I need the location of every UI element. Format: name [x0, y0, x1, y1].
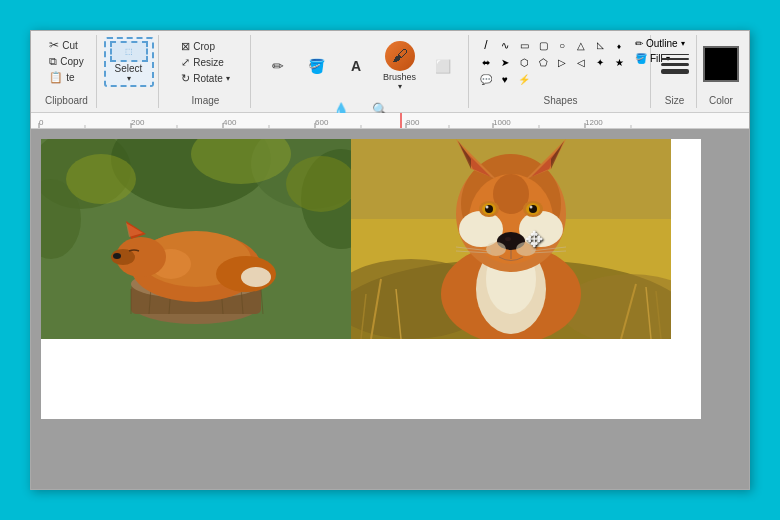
- svg-point-86: [530, 206, 533, 209]
- rotate-button[interactable]: ↻ Rotate ▾: [178, 71, 232, 86]
- brushes-icon: 🖌: [392, 47, 408, 65]
- size-line-3[interactable]: [661, 63, 689, 66]
- ruler-svg: 0 200 400 600 800 1000 1200: [31, 113, 749, 129]
- diamond-shape[interactable]: ⬧: [610, 37, 628, 53]
- paint-window: ✂ Cut ⧉ Copy 📋 te Clipboard ⬚ Se: [30, 30, 750, 490]
- size-lines: [661, 54, 689, 74]
- toolbar: ✂ Cut ⧉ Copy 📋 te Clipboard ⬚ Se: [31, 31, 749, 113]
- select-button[interactable]: ⬚ Select ▾: [104, 37, 154, 87]
- copy-button[interactable]: ⧉ Copy: [46, 54, 86, 69]
- rotate-dropdown-icon: ▾: [226, 74, 230, 83]
- curve-shape[interactable]: ∿: [496, 37, 514, 53]
- cut-button[interactable]: ✂ Cut: [46, 37, 81, 53]
- shapes-grid: / ∿ ▭ ▢ ○ △ ◺ ⬧ ⬌ ➤ ⬡ ⬠ ▷ ◁ ✦ ★: [477, 37, 628, 87]
- pencil-button[interactable]: ✏: [260, 54, 296, 78]
- left-arrow-shape[interactable]: ◁: [572, 54, 590, 70]
- color-swatch[interactable]: [703, 46, 739, 82]
- tools-group: ✏ 🪣 A 🖌 Brushes ▾ ⬜: [253, 35, 469, 108]
- fox-image-right: ✥: [351, 139, 671, 339]
- cut-icon: ✂: [49, 38, 59, 52]
- canvas-area[interactable]: ✥: [31, 129, 749, 489]
- copy-icon: ⧉: [49, 55, 57, 68]
- svg-point-29: [66, 154, 136, 204]
- clipboard-label: Clipboard: [45, 93, 88, 106]
- crop-label: Crop: [193, 41, 215, 52]
- svg-point-52: [113, 253, 121, 259]
- svg-text:800: 800: [406, 118, 420, 127]
- fox-left-svg: [41, 139, 351, 339]
- fill-bucket-icon: 🪣: [308, 58, 325, 74]
- rect-shape[interactable]: ▭: [515, 37, 533, 53]
- rotate-label: Rotate: [193, 73, 222, 84]
- callout-shape[interactable]: 💬: [477, 71, 495, 87]
- line-shape[interactable]: /: [477, 37, 495, 53]
- svg-point-88: [505, 237, 511, 241]
- copy-label: Copy: [60, 56, 83, 67]
- text-button[interactable]: A: [338, 54, 374, 78]
- crop-button[interactable]: ⊠ Crop: [178, 39, 218, 54]
- color-group: Color: [699, 35, 743, 108]
- svg-text:200: 200: [131, 118, 145, 127]
- size-line-2[interactable]: [661, 58, 689, 60]
- paint-canvas: ✥: [41, 139, 701, 419]
- brushes-label: Brushes: [383, 72, 416, 82]
- svg-point-82: [486, 206, 489, 209]
- size-label: Size: [665, 93, 684, 106]
- pentagon-shape[interactable]: ⬠: [534, 54, 552, 70]
- svg-text:600: 600: [315, 118, 329, 127]
- canvas-bottom-white: [41, 339, 701, 419]
- triangle-shape[interactable]: △: [572, 37, 590, 53]
- heart-shape[interactable]: ♥: [496, 71, 514, 87]
- crop-icon: ⊠: [181, 40, 190, 53]
- brushes-button[interactable]: 🖌 Brushes ▾: [377, 37, 422, 95]
- image-group: ⊠ Crop ⤢ Resize ↻ Rotate ▾ Image: [161, 35, 251, 108]
- shapes-group: / ∿ ▭ ▢ ○ △ ◺ ⬧ ⬌ ➤ ⬡ ⬠ ▷ ◁ ✦ ★: [471, 35, 651, 108]
- paste-button[interactable]: 📋 te: [46, 70, 77, 85]
- hexagon-shape[interactable]: ⬡: [515, 54, 533, 70]
- image-label: Image: [192, 93, 220, 106]
- color-label: Color: [709, 93, 733, 106]
- lightning-shape[interactable]: ⚡: [515, 71, 533, 87]
- svg-text:1200: 1200: [585, 118, 603, 127]
- svg-point-47: [241, 267, 271, 287]
- round-rect-shape[interactable]: ▢: [534, 37, 552, 53]
- right-arrow-shape[interactable]: ▷: [553, 54, 571, 70]
- arrow-shape[interactable]: ⬌: [477, 54, 495, 70]
- fill-bucket-shapes-icon: 🪣: [635, 53, 647, 64]
- svg-point-90: [486, 242, 506, 256]
- svg-point-71: [459, 211, 503, 247]
- svg-text:400: 400: [223, 118, 237, 127]
- resize-button[interactable]: ⤢ Resize: [178, 55, 227, 70]
- outline-pencil-icon: ✏: [635, 38, 643, 49]
- ellipse-shape[interactable]: ○: [553, 37, 571, 53]
- shapes-label: Shapes: [544, 93, 578, 106]
- ruler: 0 200 400 600 800 1000 1200: [31, 113, 749, 129]
- clipboard-group: ✂ Cut ⧉ Copy 📋 te Clipboard: [37, 35, 97, 108]
- eraser-button[interactable]: ⬜: [425, 55, 461, 78]
- svg-text:✥: ✥: [525, 227, 543, 252]
- brushes-dropdown-icon: ▾: [398, 82, 402, 91]
- fill-bucket-button[interactable]: 🪣: [299, 54, 335, 78]
- resize-icon: ⤢: [181, 56, 190, 69]
- size-line-1[interactable]: [661, 54, 689, 55]
- paste-icon: 📋: [49, 71, 63, 84]
- text-icon: A: [351, 58, 361, 74]
- star5-shape[interactable]: ★: [610, 54, 628, 70]
- resize-label: Resize: [193, 57, 224, 68]
- size-line-4[interactable]: [661, 69, 689, 74]
- paste-label: te: [66, 72, 74, 83]
- svg-text:0: 0: [39, 118, 44, 127]
- svg-text:1000: 1000: [493, 118, 511, 127]
- rotate-icon: ↻: [181, 72, 190, 85]
- size-group: Size: [653, 35, 697, 108]
- fox-image-left: [41, 139, 351, 339]
- eraser-icon: ⬜: [435, 59, 451, 74]
- right-triangle-shape[interactable]: ◺: [591, 37, 609, 53]
- select-group: ⬚ Select ▾ s: [99, 35, 159, 108]
- select-dropdown-icon: ▾: [127, 74, 131, 83]
- cut-label: Cut: [62, 40, 78, 51]
- image-area: ✥: [41, 139, 701, 339]
- select-label: Select: [115, 63, 143, 74]
- arrow-right-shape[interactable]: ➤: [496, 54, 514, 70]
- star4-shape[interactable]: ✦: [591, 54, 609, 70]
